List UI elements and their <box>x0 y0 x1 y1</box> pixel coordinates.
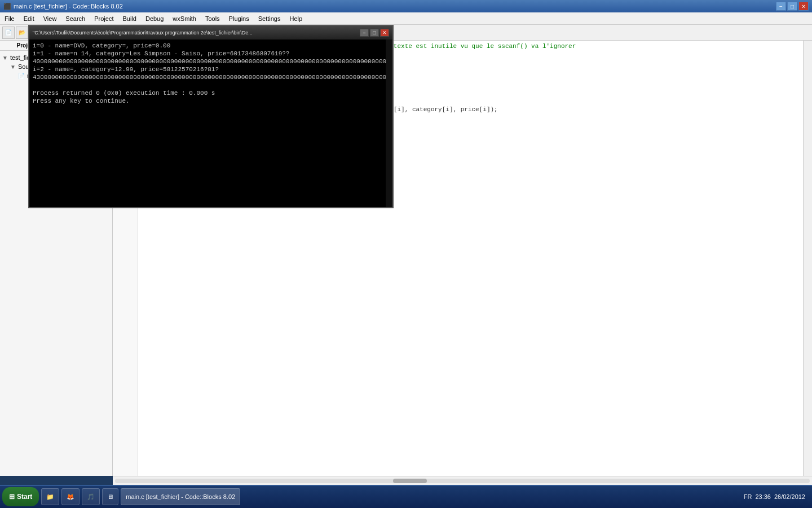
menu-item-project[interactable]: Project <box>90 12 118 24</box>
file-icon: 📄 <box>18 73 25 79</box>
titlebar-left: ⬛ main.c [test_fichier] - Code::Blocks 8… <box>3 3 123 10</box>
minimize-button[interactable]: − <box>776 2 786 11</box>
terminal-close-button[interactable]: ✕ <box>380 29 389 37</box>
terminal-line-1: i=0 - name=DVD, category=, price=0.00 <box>33 42 389 50</box>
windows-logo: ⊞ <box>9 493 15 501</box>
taskbar-file-manager[interactable]: 📁 <box>41 488 59 505</box>
menubar: FileEditViewSearchProjectBuildDebugwxSmi… <box>0 12 812 25</box>
vertical-scrollbar[interactable] <box>803 41 812 476</box>
menu-item-wxsmith[interactable]: wxSmith <box>168 12 201 24</box>
taskbar-codeblocks-label: main.c [test_fichier] - Code::Blocks 8.0… <box>126 493 235 500</box>
menu-item-plugins[interactable]: Plugins <box>224 12 254 24</box>
terminal-body[interactable]: i=0 - name=DVD, category=, price=0.00 i=… <box>29 40 392 207</box>
new-button[interactable]: 📄 <box>2 27 15 39</box>
tray-lang: FR <box>744 493 752 500</box>
terminal-window: "C:\Users\Toufik\Documents\école\Program… <box>28 25 394 208</box>
terminal-maximize-button[interactable]: □ <box>370 29 379 37</box>
terminal-line-3: i=2 - name=, category=12.99, price=58122… <box>33 65 389 81</box>
system-tray: FR 23:36 26/02/2012 <box>744 493 810 500</box>
terminal-minimize-button[interactable]: − <box>360 29 369 37</box>
folder-icon2: ▼ <box>10 64 16 70</box>
menu-item-search[interactable]: Search <box>61 12 90 24</box>
taskbar: ⊞ Start 📁 🦊 🎵 🖥 main.c [test_fichier] - … <box>0 485 812 508</box>
terminal-line-2: i=1 - name=n 14, category=Les Simpson - … <box>33 50 389 65</box>
menu-item-settings[interactable]: Settings <box>254 12 285 24</box>
taskbar-media[interactable]: 🎵 <box>82 488 100 505</box>
menu-item-edit[interactable]: Edit <box>19 12 39 24</box>
taskbar-codeblocks[interactable]: main.c [test_fichier] - Code::Blocks 8.0… <box>121 488 240 505</box>
scroll-track[interactable] <box>115 479 810 483</box>
open-button[interactable]: 📂 <box>16 27 28 39</box>
close-button[interactable]: ✕ <box>798 2 809 11</box>
terminal-line-6: Press any key to continue. <box>33 97 389 105</box>
menu-item-debug[interactable]: Debug <box>141 12 168 24</box>
taskbar-browser[interactable]: 🦊 <box>61 488 80 505</box>
tray-date: 26/02/2012 <box>774 493 805 500</box>
terminal-title: "C:\Users\Toufik\Documents\école\Program… <box>33 30 253 36</box>
menu-item-tools[interactable]: Tools <box>201 12 224 24</box>
titlebar-controls: − □ ✕ <box>776 2 809 11</box>
menu-item-help[interactable]: Help <box>285 12 307 24</box>
folder-icon: ▼ <box>2 55 8 61</box>
taskbar-windows[interactable]: 🖥 <box>102 488 118 505</box>
terminal-titlebar: "C:\Users\Toufik\Documents\école\Program… <box>29 26 392 40</box>
menu-item-file[interactable]: File <box>0 12 19 24</box>
horizontal-scrollbar[interactable] <box>113 476 812 485</box>
scroll-thumb[interactable] <box>393 479 427 483</box>
menu-item-view[interactable]: View <box>39 12 61 24</box>
menu-item-build[interactable]: Build <box>118 12 140 24</box>
titlebar: ⬛ main.c [test_fichier] - Code::Blocks 8… <box>0 0 812 12</box>
terminal-line-4 <box>33 81 389 89</box>
terminal-controls: − □ ✕ <box>360 29 389 37</box>
maximize-button[interactable]: □ <box>787 2 797 11</box>
app-icon: ⬛ <box>3 3 11 10</box>
terminal-scrollbar[interactable] <box>386 40 392 207</box>
start-label: Start <box>17 493 32 501</box>
start-button[interactable]: ⊞ Start <box>2 487 39 506</box>
terminal-line-5: Process returned 0 (0x0) execution time … <box>33 89 389 97</box>
tray-time: 23:36 <box>755 493 771 500</box>
window-title: main.c [test_fichier] - Code::Blocks 8.0… <box>14 3 123 10</box>
